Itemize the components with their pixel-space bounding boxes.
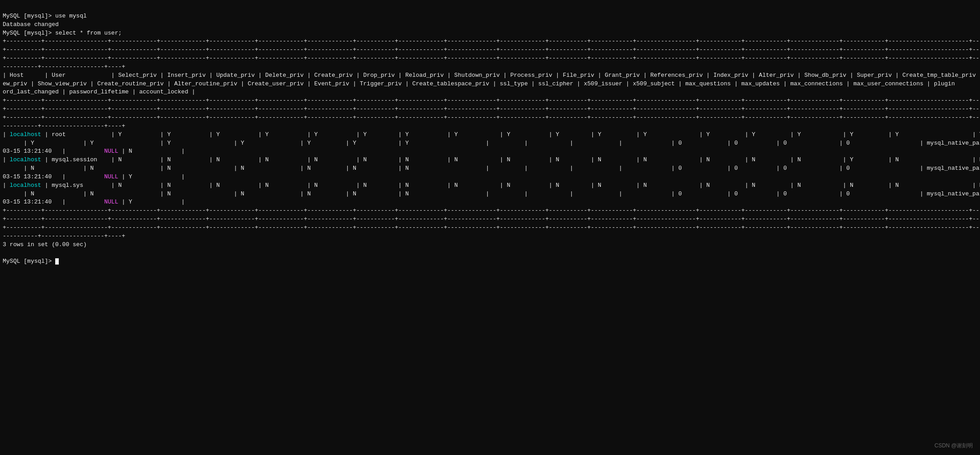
null-2: NULL (104, 173, 118, 180)
cursor (55, 258, 59, 265)
host-root: localhost (10, 131, 41, 138)
host-sys: localhost (10, 182, 41, 189)
null-1: NULL (104, 148, 118, 155)
csdn-watermark: CSDN @谢刻明 (934, 442, 973, 450)
host-session: localhost (10, 156, 41, 163)
null-3: NULL (104, 199, 118, 205)
prompt-use-mysql: MySQL [mysql]> use mysql Database change… (3, 13, 980, 265)
account-locked-header: account_locked (139, 88, 188, 95)
terminal-window: MySQL [mysql]> use mysql Database change… (3, 4, 977, 266)
